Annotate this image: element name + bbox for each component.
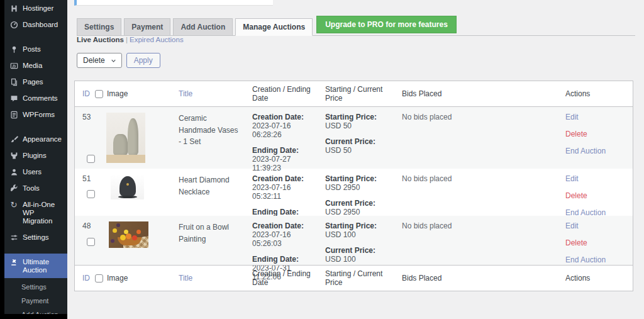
header-image-label: Image bbox=[107, 89, 128, 98]
header-bids: Bids Placed bbox=[402, 81, 565, 106]
sidebar-item-label: All-in-One WP Migration bbox=[23, 200, 64, 225]
form-icon bbox=[9, 110, 18, 119]
starting-price-value: USD 100 bbox=[325, 230, 396, 239]
bulk-action-select[interactable]: Delete bbox=[77, 53, 122, 68]
upgrade-to-pro-button[interactable]: Upgrade to PRO for more features bbox=[316, 16, 457, 33]
sidebar-item-hostinger[interactable]: Hostinger bbox=[4, 0, 67, 16]
edit-link[interactable]: Edit bbox=[565, 174, 626, 183]
end-auction-link[interactable]: End Auction bbox=[565, 147, 626, 155]
footer-dates: Creation / Ending Date bbox=[252, 266, 325, 291]
cell-id: 53 bbox=[75, 107, 95, 178]
auction-thumbnail-fruit-painting[interactable] bbox=[109, 221, 148, 248]
sidebar-item-media[interactable]: Media bbox=[4, 57, 67, 74]
cell-dates: Creation Date: 2023-07-16 06:28:26 Endin… bbox=[252, 107, 325, 178]
live-auctions-link[interactable]: Live Auctions bbox=[77, 36, 124, 43]
sidebar-item-label: Settings bbox=[23, 233, 49, 242]
sidebar-item-tools[interactable]: Tools bbox=[4, 180, 67, 196]
select-all-checkbox[interactable] bbox=[95, 90, 103, 98]
footer-bids: Bids Placed bbox=[402, 266, 565, 291]
submenu-item-settings[interactable]: Settings bbox=[4, 280, 67, 294]
header-title[interactable]: Title bbox=[179, 81, 252, 106]
creation-date-value: 2023-07-16 05:32:11 bbox=[252, 183, 319, 201]
ultimate-auction-submenu: Settings Payment Add Auction Manage Auct… bbox=[4, 278, 67, 319]
sidebar-item-label: Appearance bbox=[23, 135, 62, 143]
sidebar-item-posts[interactable]: Posts bbox=[4, 41, 67, 57]
sidebar-item-appearance[interactable]: Appearance bbox=[4, 131, 67, 147]
table-row: 53 Ceramic Handmade Vases - 1 Set Creati… bbox=[75, 107, 633, 169]
table-footer-row: ID Image Title Creation / Ending Date St… bbox=[75, 265, 633, 291]
starting-price-value: USD 2950 bbox=[325, 183, 396, 192]
apply-button[interactable]: Apply bbox=[126, 53, 160, 68]
sidebar-item-settings[interactable]: Settings bbox=[4, 229, 67, 245]
admin-sidebar: Hostinger Dashboard Posts Media Pages Co… bbox=[4, 0, 67, 319]
row-checkbox[interactable] bbox=[87, 238, 95, 246]
sidebar-item-plugins[interactable]: Plugins bbox=[4, 147, 67, 164]
header-dates: Creation / Ending Date bbox=[252, 81, 325, 106]
sidebar-item-pages[interactable]: Pages bbox=[4, 74, 67, 90]
submenu-item-payment[interactable]: Payment bbox=[4, 294, 67, 308]
pages-icon bbox=[9, 77, 18, 86]
sidebar-item-ai1wm[interactable]: ↻ All-in-One WP Migration bbox=[4, 196, 67, 229]
table-row: 48 Fruit on a Bowl Painting Creation Dat… bbox=[75, 216, 633, 265]
tab-payment[interactable]: Payment bbox=[124, 18, 170, 36]
current-price-value: USD 2950 bbox=[325, 208, 396, 216]
table-header-row: ID Image Title Creation / Ending Date St… bbox=[75, 81, 633, 107]
row-checkbox[interactable] bbox=[87, 155, 95, 163]
sidebar-item-label: Users bbox=[23, 167, 42, 176]
tab-add-auction[interactable]: Add Auction bbox=[173, 18, 233, 36]
header-price: Starting / Current Price bbox=[325, 81, 402, 106]
expired-auctions-link[interactable]: Expired Auctions bbox=[130, 36, 184, 43]
screen-bottom-edge bbox=[0, 314, 67, 319]
starting-price-label: Starting Price: bbox=[325, 113, 396, 121]
cell-actions: Edit Delete End Auction bbox=[565, 107, 633, 178]
footer-image: Image bbox=[95, 266, 179, 291]
delete-link[interactable]: Delete bbox=[565, 130, 626, 138]
creation-date-label: Creation Date: bbox=[252, 113, 319, 121]
comment-bubble-icon bbox=[9, 94, 18, 103]
sidebar-item-label: Hostinger bbox=[23, 4, 53, 13]
cell-image bbox=[95, 107, 179, 178]
header-id[interactable]: ID bbox=[75, 81, 95, 106]
sidebar-item-comments[interactable]: Comments bbox=[4, 90, 67, 106]
sidebar-item-label: Comments bbox=[23, 94, 58, 103]
ending-date-label: Ending Date: bbox=[252, 255, 319, 264]
starting-price-value: USD 50 bbox=[325, 121, 396, 130]
sidebar-item-ultimate-auction[interactable]: Ultimate Auction bbox=[4, 254, 67, 278]
dashboard-icon bbox=[9, 20, 18, 29]
footer-price: Starting / Current Price bbox=[325, 266, 402, 291]
auction-thumbnail-necklace[interactable] bbox=[111, 174, 144, 199]
filter-separator: | bbox=[126, 36, 128, 43]
sidebar-item-wpforms[interactable]: WPForms bbox=[4, 106, 67, 123]
delete-link[interactable]: Delete bbox=[565, 191, 626, 200]
sidebar-item-label: Dashboard bbox=[23, 20, 58, 29]
footer-id[interactable]: ID bbox=[75, 266, 95, 291]
edit-link[interactable]: Edit bbox=[565, 113, 626, 121]
sidebar-item-label: Pages bbox=[23, 77, 43, 86]
sidebar-item-dashboard[interactable]: Dashboard bbox=[4, 16, 67, 33]
creation-date-label: Creation Date: bbox=[252, 221, 319, 230]
sidebar-separator bbox=[4, 245, 67, 254]
end-auction-link[interactable]: End Auction bbox=[565, 255, 626, 264]
edit-link[interactable]: Edit bbox=[565, 221, 626, 230]
plug-icon bbox=[9, 151, 18, 160]
sidebar-item-label: Media bbox=[23, 61, 42, 70]
sidebar-separator bbox=[4, 33, 67, 41]
row-checkbox[interactable] bbox=[87, 190, 95, 198]
select-all-checkbox[interactable] bbox=[95, 274, 103, 283]
footer-title[interactable]: Title bbox=[179, 266, 252, 291]
user-icon bbox=[9, 167, 18, 176]
tab-settings[interactable]: Settings bbox=[77, 18, 121, 36]
sidebar-item-label: Tools bbox=[23, 184, 40, 193]
table-row: 51 Heart Diamond Necklace Creation Date:… bbox=[75, 169, 633, 216]
auctions-table: ID Image Title Creation / Ending Date St… bbox=[74, 81, 633, 291]
sidebar-item-label: Ultimate Auction bbox=[23, 257, 64, 274]
auction-thumbnail-vases[interactable] bbox=[106, 113, 145, 163]
sidebar-item-users[interactable]: Users bbox=[4, 164, 67, 180]
creation-date-value: 2023-07-16 05:26:03 bbox=[252, 230, 319, 248]
gavel-icon bbox=[9, 257, 18, 266]
starting-price-label: Starting Price: bbox=[325, 174, 396, 183]
current-price-label: Current Price: bbox=[325, 246, 396, 255]
tab-manage-auctions[interactable]: Manage Auctions bbox=[235, 18, 313, 36]
sidebar-item-label: Posts bbox=[23, 45, 41, 53]
delete-link[interactable]: Delete bbox=[565, 238, 626, 247]
